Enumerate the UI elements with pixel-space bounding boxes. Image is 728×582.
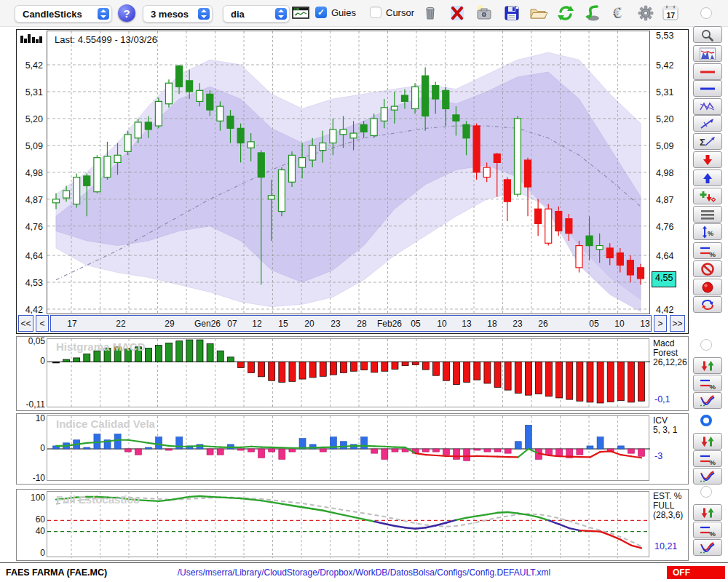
indicator-style-button[interactable] bbox=[693, 45, 722, 62]
main-chart-radio[interactable] bbox=[700, 7, 712, 19]
trash-icon bbox=[422, 5, 438, 21]
zigzag-tool-button[interactable] bbox=[693, 98, 722, 115]
levels-tool-button[interactable] bbox=[693, 206, 722, 223]
date-label: 23 bbox=[331, 319, 340, 329]
delete-button[interactable] bbox=[448, 4, 467, 23]
price-tick-label: 4,76 bbox=[656, 222, 673, 232]
cursor-checkbox[interactable]: Cursor bbox=[370, 7, 414, 18]
period-value: 3 mesos bbox=[143, 9, 198, 20]
buy-arrow-tool-button[interactable] bbox=[693, 170, 722, 186]
scroll-right-button[interactable]: > bbox=[654, 315, 667, 332]
undo-button[interactable] bbox=[583, 4, 602, 23]
curve-icon bbox=[700, 470, 716, 483]
refresh-button[interactable] bbox=[556, 4, 575, 23]
indicator-tick-label: 0 bbox=[40, 443, 45, 453]
lines-percent-icon: % bbox=[700, 244, 716, 258]
select-stepper-icon bbox=[275, 8, 287, 20]
date-label: 10 bbox=[437, 319, 446, 329]
indicator-last-value: -0,1 bbox=[654, 394, 670, 404]
price-tick-label: 4,87 bbox=[656, 195, 673, 205]
panel-macd-plot[interactable]: Histgrama MACD bbox=[47, 338, 649, 407]
icv-panel-radio[interactable] bbox=[700, 415, 712, 426]
indicator-name-label: (28,3,6) bbox=[653, 511, 683, 520]
date-label: 05 bbox=[589, 319, 598, 329]
price-tick-label: 4,87 bbox=[25, 195, 43, 205]
sell-arrow-tool-button[interactable] bbox=[693, 151, 722, 168]
candlestick-plot[interactable] bbox=[47, 31, 650, 314]
price-tick-label: 5,31 bbox=[656, 87, 673, 97]
panel-stoch-plot[interactable]: Full Estocastico bbox=[47, 491, 649, 557]
clear-tool-button[interactable] bbox=[693, 260, 722, 277]
indicator-tick-label: -10 bbox=[33, 473, 45, 483]
save-button[interactable] bbox=[502, 4, 521, 23]
date-axis[interactable]: 172229Gen26071215202328Feb26051013182326… bbox=[50, 315, 652, 332]
price-tick-label: 5,09 bbox=[656, 141, 673, 151]
zoom-tool-button[interactable] bbox=[693, 26, 722, 43]
stoch-signal-arrows-button[interactable] bbox=[693, 504, 722, 521]
price-tick-label: 4,42 bbox=[25, 305, 43, 315]
price-tick-label: 4,98 bbox=[656, 168, 673, 178]
svg-text:%: % bbox=[710, 250, 716, 258]
open-button[interactable] bbox=[529, 4, 548, 23]
calendar-button[interactable]: 17 bbox=[661, 4, 680, 23]
sum-trend-tool-button[interactable]: Σ bbox=[693, 133, 722, 150]
macd-percent-lines-button[interactable]: % bbox=[693, 375, 722, 391]
config-path[interactable]: /Users/mserra/Library/CloudStorage/Dropb… bbox=[131, 567, 597, 578]
measure-percent-tool-button[interactable]: % bbox=[693, 242, 722, 259]
date-label: 13 bbox=[462, 319, 471, 329]
refresh-icon bbox=[556, 4, 575, 22]
interval-select[interactable]: dia bbox=[223, 5, 290, 23]
trendline-tool-button[interactable] bbox=[693, 115, 722, 132]
currency-button[interactable]: €€ bbox=[610, 4, 629, 23]
panel-icv-plot[interactable]: Indice Calidad Vela bbox=[47, 415, 649, 481]
svg-text:%: % bbox=[710, 382, 716, 390]
checkbox-check-icon: ✓ bbox=[315, 7, 327, 18]
macd-signal-arrows-button[interactable] bbox=[693, 357, 722, 374]
forbidden-icon bbox=[700, 263, 716, 276]
snapshot-button[interactable] bbox=[475, 4, 494, 23]
volume-style-icon[interactable] bbox=[20, 33, 43, 46]
add-marker-tool-button[interactable] bbox=[693, 188, 722, 204]
blue-hline-tool-button[interactable] bbox=[693, 80, 722, 97]
macd-curve-display-button[interactable] bbox=[693, 392, 722, 409]
calendar-icon: 17 bbox=[662, 4, 679, 22]
select-stepper-icon bbox=[98, 8, 109, 20]
price-tick-label: 4,98 bbox=[25, 168, 43, 178]
chart-type-select[interactable]: CandleSticks bbox=[15, 5, 112, 23]
trend-arrow-icon bbox=[700, 117, 716, 130]
record-tool-button[interactable] bbox=[693, 279, 722, 295]
save-icon bbox=[504, 5, 520, 21]
macd-panel-radio[interactable] bbox=[700, 339, 712, 351]
settings-button[interactable] bbox=[636, 4, 655, 23]
icv-signal-arrows-button[interactable] bbox=[693, 433, 722, 450]
measure-vertical-tool-button[interactable]: % bbox=[693, 223, 722, 240]
icv-curve-display-button[interactable] bbox=[693, 468, 722, 485]
date-label: 15 bbox=[278, 319, 288, 329]
stoch-panel-radio[interactable] bbox=[700, 486, 712, 498]
trash-button[interactable] bbox=[421, 4, 440, 23]
reload-tool-button[interactable] bbox=[693, 296, 722, 313]
scroll-left-button[interactable]: < bbox=[36, 315, 49, 332]
current-price-tag: 4,55 bbox=[652, 271, 676, 287]
scroll-fast-left-button[interactable]: << bbox=[18, 315, 33, 332]
chart-window-icon[interactable] bbox=[291, 4, 310, 23]
magnifier-icon bbox=[700, 28, 716, 41]
off-toggle-button[interactable]: OFF bbox=[667, 566, 725, 579]
period-select[interactable]: 3 mesos bbox=[143, 5, 213, 23]
red-hline-tool-button[interactable] bbox=[693, 63, 722, 80]
sigma-trend-icon: Σ bbox=[700, 135, 716, 148]
indicator-tick-label: 60 bbox=[36, 514, 45, 525]
plus-arrow-diamond-icon bbox=[700, 190, 716, 203]
lines-percent-icon: % bbox=[700, 453, 716, 466]
red-green-arrows-icon bbox=[700, 435, 716, 448]
date-label: 26 bbox=[538, 319, 547, 329]
zigzag-icon bbox=[700, 100, 716, 113]
stoch-curve-display-button[interactable] bbox=[693, 539, 722, 556]
scroll-fast-right-button[interactable]: >> bbox=[670, 315, 685, 332]
icv-percent-lines-button[interactable]: % bbox=[693, 450, 722, 467]
help-button[interactable]: ? bbox=[118, 4, 135, 22]
guies-checkbox[interactable]: ✓ Guies bbox=[315, 7, 356, 18]
stoch-percent-lines-button[interactable]: % bbox=[693, 522, 722, 538]
blue-line-icon bbox=[700, 82, 716, 95]
svg-text:17: 17 bbox=[667, 11, 676, 20]
